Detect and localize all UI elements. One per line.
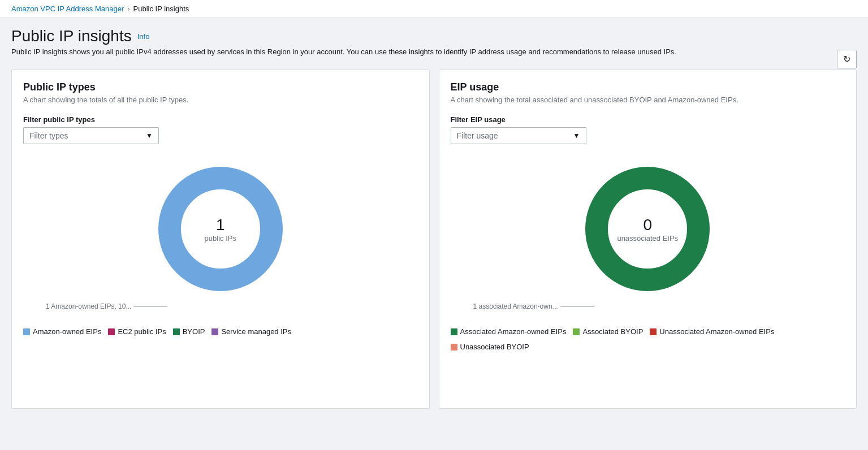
left-donut-number: 1	[205, 216, 236, 234]
right-donut-chart: 0 unassociated EIPs	[580, 161, 715, 297]
legend-item-assoc-amazon: Associated Amazon-owned EIPs	[451, 327, 567, 336]
legend-label-assoc-byoip: Associated BYOIP	[582, 327, 643, 336]
breadcrumb-current: Public IP insights	[133, 5, 189, 13]
legend-item-unassoc-byoip: Unassociated BYOIP	[451, 343, 529, 351]
right-chart-annotation: 1 associated Amazon-own...	[473, 302, 594, 310]
right-legend: Associated Amazon-owned EIPs Associated …	[451, 327, 845, 357]
left-donut-center: 1 public IPs	[205, 216, 236, 243]
legend-color-unassoc-amazon	[650, 328, 657, 335]
left-donut-label: public IPs	[205, 234, 236, 243]
left-annotation-text: 1 Amazon-owned EIPs, 10...	[46, 302, 131, 310]
left-panel-subtitle: A chart showing the totals of all the pu…	[23, 96, 418, 104]
public-ip-types-panel: Public IP types A chart showing the tota…	[11, 70, 430, 409]
breadcrumb: Amazon VPC IP Address Manager › Public I…	[11, 5, 857, 13]
eip-usage-panel: EIP usage A chart showing the total asso…	[439, 70, 857, 409]
right-panel-subtitle: A chart showing the total associated and…	[451, 96, 845, 104]
page-description: Public IP insights shows you all public …	[11, 47, 690, 56]
right-annotation-line	[560, 306, 594, 307]
legend-label-unassoc-amazon: Unassociated Amazon-owned EIPs	[659, 327, 774, 336]
top-bar: Amazon VPC IP Address Manager › Public I…	[0, 0, 868, 18]
legend-color-unassoc-byoip	[451, 344, 457, 351]
right-filter-select[interactable]: Filter usage ▼	[451, 127, 586, 144]
left-filter-select[interactable]: Filter types ▼	[23, 127, 159, 144]
page-title: Public IP insights	[11, 27, 132, 45]
legend-label-amazon-eips: Amazon-owned EIPs	[33, 327, 101, 336]
left-filter-placeholder: Filter types	[29, 131, 68, 140]
content-area: Public IP types A chart showing the tota…	[0, 60, 868, 418]
legend-label-unassoc-byoip: Unassociated BYOIP	[460, 343, 529, 351]
legend-color-byoip	[173, 328, 180, 335]
legend-color-ec2	[108, 328, 115, 335]
info-link[interactable]: Info	[137, 32, 150, 41]
legend-item-byoip: BYOIP	[173, 327, 205, 336]
left-filter-arrow-icon: ▼	[146, 132, 153, 140]
left-donut-chart: 1 public IPs	[153, 161, 288, 297]
breadcrumb-separator: ›	[127, 5, 129, 13]
legend-label-assoc-amazon: Associated Amazon-owned EIPs	[460, 327, 567, 336]
right-chart-area: 0 unassociated EIPs 1 associated Amazon-…	[451, 161, 845, 310]
right-panel-title: EIP usage	[451, 81, 845, 93]
right-filter-label: Filter EIP usage	[451, 115, 845, 124]
legend-label-byoip: BYOIP	[183, 327, 205, 336]
left-legend: Amazon-owned EIPs EC2 public IPs BYOIP S…	[23, 327, 418, 341]
legend-color-amazon-eips	[23, 328, 30, 335]
right-filter-placeholder: Filter usage	[457, 131, 498, 140]
legend-color-assoc-byoip	[573, 328, 580, 335]
breadcrumb-parent[interactable]: Amazon VPC IP Address Manager	[11, 5, 124, 13]
legend-label-service-managed: Service managed IPs	[221, 327, 291, 336]
legend-item-service-managed: Service managed IPs	[211, 327, 291, 336]
legend-label-ec2: EC2 public IPs	[118, 327, 166, 336]
left-chart-annotation: 1 Amazon-owned EIPs, 10...	[46, 302, 167, 310]
left-annotation-line	[133, 306, 167, 307]
legend-item-amazon-eips: Amazon-owned EIPs	[23, 327, 101, 336]
legend-item-unassoc-amazon: Unassociated Amazon-owned EIPs	[650, 327, 774, 336]
right-donut-number: 0	[617, 216, 678, 234]
legend-item-ec2: EC2 public IPs	[108, 327, 166, 336]
left-filter-label: Filter public IP types	[23, 115, 418, 124]
page-header: Public IP insights Info Public IP insigh…	[0, 18, 868, 60]
legend-color-service-managed	[211, 328, 218, 335]
right-donut-label: unassociated EIPs	[617, 234, 678, 243]
right-filter-arrow-icon: ▼	[573, 132, 580, 140]
legend-item-assoc-byoip: Associated BYOIP	[573, 327, 643, 336]
right-donut-center: 0 unassociated EIPs	[617, 216, 678, 243]
left-chart-area: 1 public IPs 1 Amazon-owned EIPs, 10...	[23, 161, 418, 310]
right-annotation-text: 1 associated Amazon-own...	[473, 302, 558, 310]
legend-color-assoc-amazon	[451, 328, 457, 335]
left-panel-title: Public IP types	[23, 81, 418, 93]
